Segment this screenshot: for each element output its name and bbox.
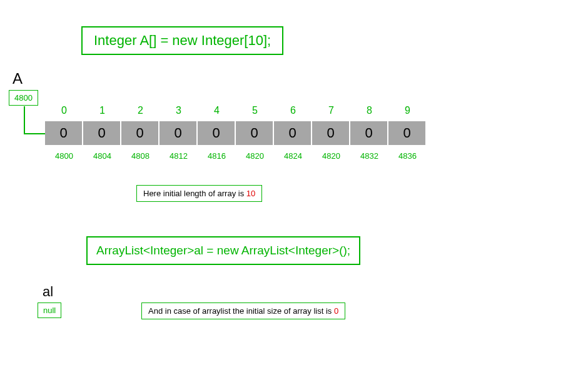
array-note-value: 10 [246,189,255,198]
array-address: 4812 [160,151,198,161]
array-index: 3 [160,105,198,116]
array-address: 4820 [312,151,350,161]
array-address: 4816 [198,151,236,161]
array-reference-box: 4800 [9,90,38,106]
arraylist-note-text: And in case of arraylist the initial siz… [148,306,334,316]
array-length-note: Here initial length of array is 10 [136,185,262,202]
array-address: 4824 [274,151,312,161]
array-cell: 0 [388,121,425,145]
arraylist-reference-value: null [43,306,56,315]
array-address: 4804 [83,151,121,161]
array-index: 9 [388,105,427,116]
array-cell: 0 [236,121,273,145]
array-cell: 0 [312,121,349,145]
array-cell: 0 [160,121,196,145]
array-index: 2 [121,105,160,116]
array-declaration-code: Integer A[] = new Integer[10]; [94,32,271,48]
array-address: 4836 [388,151,427,161]
arraylist-reference-box: null [38,302,61,318]
array-note-text: Here initial length of array is [143,189,246,198]
arraylist-declaration-box: ArrayList<Integer>al = new ArrayList<Int… [86,236,360,265]
array-cell: 0 [83,121,120,145]
arraylist-variable-label: al [43,284,53,300]
array-reference-value: 4800 [14,93,33,102]
array-declaration-box: Integer A[] = new Integer[10]; [81,26,283,55]
array-index: 6 [274,105,312,116]
array-cell: 0 [45,121,82,145]
array-cell: 0 [121,121,158,145]
array-cells-row: 0 0 0 0 0 0 0 0 0 0 [45,121,425,145]
array-index: 0 [45,105,83,116]
arraylist-declaration-code: ArrayList<Integer>al = new ArrayList<Int… [96,244,350,257]
connector-horizontal [24,133,45,134]
array-index-row: 0 1 2 3 4 5 6 7 8 9 [45,105,427,116]
array-address: 4808 [121,151,160,161]
array-address: 4800 [45,151,83,161]
array-address-row: 4800 4804 4808 4812 4816 4820 4824 4820 … [45,151,427,161]
array-index: 7 [312,105,350,116]
array-cell: 0 [198,121,235,145]
array-cell: 0 [274,121,311,145]
array-index: 5 [236,105,274,116]
arraylist-size-note: And in case of arraylist the initial siz… [141,302,345,319]
array-variable-label: A [13,70,23,88]
array-index: 4 [198,105,236,116]
array-address: 4820 [236,151,274,161]
array-index: 8 [350,105,388,116]
arraylist-note-value: 0 [334,306,338,316]
array-index: 1 [83,105,121,116]
array-cell: 0 [350,121,387,145]
connector-vertical [24,106,25,134]
array-address: 4832 [350,151,388,161]
